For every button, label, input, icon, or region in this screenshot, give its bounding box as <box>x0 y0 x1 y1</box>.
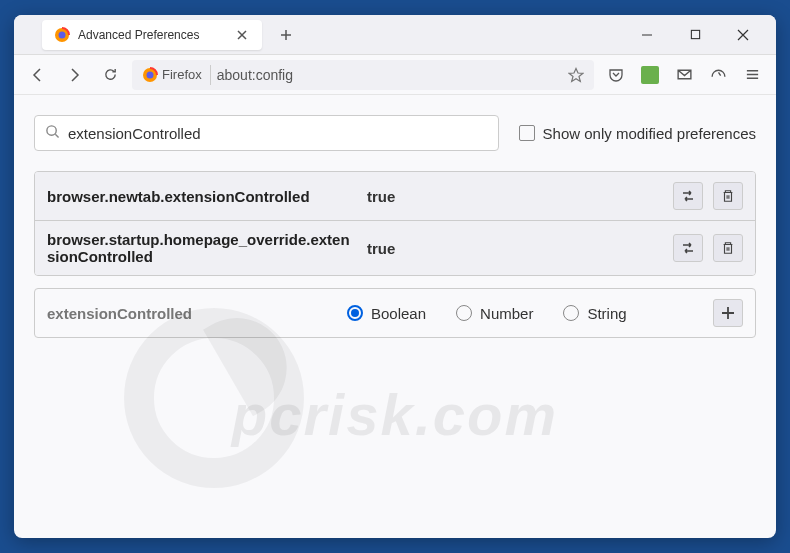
radio-label: Boolean <box>371 305 426 322</box>
radio-number[interactable]: Number <box>456 305 533 322</box>
preference-name: browser.newtab.extensionControlled <box>47 188 357 205</box>
mail-icon[interactable] <box>670 61 698 89</box>
delete-button[interactable] <box>713 182 743 210</box>
delete-button[interactable] <box>713 234 743 262</box>
window-controls <box>632 20 768 50</box>
maximize-button[interactable] <box>680 20 710 50</box>
bookmark-star-icon[interactable] <box>566 65 586 85</box>
toggle-button[interactable] <box>673 234 703 262</box>
content-area: Show only modified preferences browser.n… <box>14 95 776 358</box>
type-radio-group: Boolean Number String <box>347 305 703 322</box>
toolbar-icons <box>602 61 766 89</box>
add-preference-button[interactable] <box>713 299 743 327</box>
firefox-logo-icon <box>54 27 70 43</box>
new-preference-row: extensionControlled Boolean Number Strin… <box>34 288 756 338</box>
radio-string[interactable]: String <box>563 305 626 322</box>
preference-row[interactable]: browser.newtab.extensionControlled true <box>35 172 755 220</box>
preference-value: true <box>367 188 663 205</box>
preference-value: true <box>367 240 663 257</box>
back-button[interactable] <box>24 61 52 89</box>
dashboard-icon[interactable] <box>704 61 732 89</box>
navigation-bar: Firefox about:config <box>14 55 776 95</box>
svg-rect-2 <box>691 30 699 38</box>
radio-label: String <box>587 305 626 322</box>
identity-label: Firefox <box>162 67 202 82</box>
firefox-logo-icon <box>142 67 158 83</box>
browser-window: Advanced Preferences <box>14 15 776 538</box>
svg-point-5 <box>47 125 56 134</box>
tab-active[interactable]: Advanced Preferences <box>42 20 262 50</box>
preference-name: browser.startup.homepage_override.extens… <box>47 231 357 265</box>
pocket-icon[interactable] <box>602 61 630 89</box>
checkbox-label: Show only modified preferences <box>543 125 756 142</box>
close-window-button[interactable] <box>728 20 758 50</box>
url-text: about:config <box>217 67 560 83</box>
preference-row[interactable]: browser.startup.homepage_override.extens… <box>35 220 755 275</box>
radio-icon <box>563 305 579 321</box>
checkbox-icon <box>519 125 535 141</box>
svg-point-1 <box>59 31 66 38</box>
svg-point-4 <box>147 71 154 78</box>
close-tab-icon[interactable] <box>234 27 250 43</box>
toggle-button[interactable] <box>673 182 703 210</box>
radio-icon <box>456 305 472 321</box>
menu-icon[interactable] <box>738 61 766 89</box>
search-box[interactable] <box>34 115 499 151</box>
minimize-button[interactable] <box>632 20 662 50</box>
search-input[interactable] <box>68 125 488 142</box>
radio-boolean[interactable]: Boolean <box>347 305 426 322</box>
reload-button[interactable] <box>96 61 124 89</box>
radio-label: Number <box>480 305 533 322</box>
extension-icon[interactable] <box>636 61 664 89</box>
tab-title: Advanced Preferences <box>78 28 226 42</box>
preference-table: browser.newtab.extensionControlled true … <box>34 171 756 276</box>
search-icon <box>45 124 60 143</box>
tab-bar: Advanced Preferences <box>14 15 776 55</box>
watermark-text: pcrisk.com <box>232 381 558 448</box>
search-row: Show only modified preferences <box>34 115 756 151</box>
site-identity[interactable]: Firefox <box>140 65 211 85</box>
forward-button[interactable] <box>60 61 88 89</box>
url-bar[interactable]: Firefox about:config <box>132 60 594 90</box>
radio-icon <box>347 305 363 321</box>
new-tab-button[interactable] <box>272 21 300 49</box>
show-modified-checkbox[interactable]: Show only modified preferences <box>519 125 756 142</box>
